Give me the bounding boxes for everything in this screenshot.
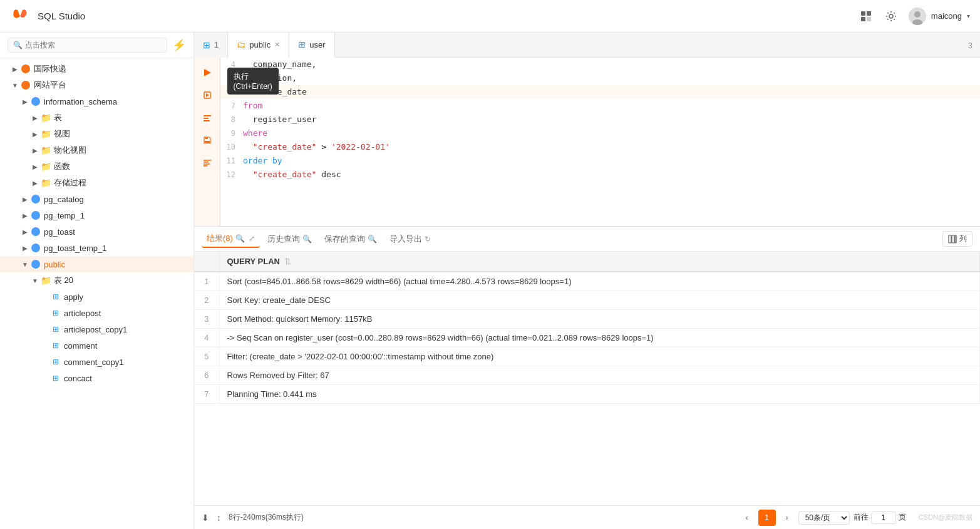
expand-icon: ▼ (10, 80, 20, 90)
expand-icon: ▶ (20, 96, 30, 106)
watermark: CSDN@麦聪数据 (919, 513, 972, 522)
schema-icon (30, 210, 41, 221)
sidebar-item-label: 表 20 (54, 275, 188, 286)
query-plan-cell: Sort Key: create_date DESC (219, 291, 980, 310)
folder-icon: 📁 (40, 161, 51, 172)
code-line-7: 7 from (220, 99, 980, 113)
tab-user[interactable]: ⊞ user (289, 33, 334, 58)
code-line-11: 11 order by (220, 154, 980, 168)
user-name: maicong (931, 11, 962, 21)
tab-user-label: user (309, 40, 325, 49)
sidebar-item-information-schema[interactable]: ▶ information_schema (0, 93, 193, 110)
sidebar-item-biao[interactable]: ▶ 📁 表 (0, 110, 193, 126)
query-plan-cell: Rows Removed by Filter: 67 (219, 366, 980, 385)
sidebar-item-label: 表 (54, 112, 188, 123)
chevron-down-icon: ▾ (967, 13, 970, 19)
sidebar-item-apply[interactable]: ⊞ apply (0, 289, 193, 305)
schema-icon (30, 226, 41, 237)
goto-input[interactable] (871, 511, 896, 524)
expand-icon: ▶ (20, 210, 30, 220)
svg-rect-15 (205, 141, 210, 143)
sidebar-item-articlepost-copy1[interactable]: ⊞ articlepost_copy1 (0, 321, 193, 337)
svg-rect-22 (955, 235, 956, 243)
sidebar-item-label: 存储过程 (54, 177, 188, 188)
sidebar-item-biao20[interactable]: ▼ 📁 表 20 (0, 272, 193, 289)
folder-icon: 📁 (40, 145, 51, 156)
result-tab-history[interactable]: 历史查询 🔍 (262, 231, 317, 247)
thunder-icon[interactable]: ⚡ (172, 38, 186, 52)
sort-footer-icon[interactable]: ↕ (217, 513, 221, 523)
download-icon[interactable]: ⬇ (202, 513, 209, 523)
explain-button[interactable] (197, 108, 217, 128)
user-area[interactable]: maicong ▾ (909, 8, 970, 25)
table-row: 5Filter: (create_date > '2022-02-01 00:0… (194, 347, 980, 366)
svg-rect-1 (867, 11, 871, 16)
sidebar-item-guoji-kuaisu[interactable]: ▶ 国际快递 ··· (0, 61, 193, 77)
sidebar-item-comment[interactable]: ⊞ comment (0, 337, 193, 354)
sidebar-item-label: pg_toast_temp_1 (44, 244, 188, 253)
sidebar-item-cunchu[interactable]: ▶ 📁 存储过程 (0, 175, 193, 191)
goto-label: 前往 (854, 512, 869, 523)
sidebar-item-label: pg_catalog (44, 195, 188, 204)
search-input[interactable] (25, 41, 162, 49)
sidebar-item-label: 物化视图 (54, 145, 188, 156)
result-tab-saved[interactable]: 保存的查询 🔍 (319, 231, 382, 247)
results-table: QUERY PLAN ⇅ 1Sort (cost=845.01..866.58 … (194, 252, 980, 505)
search-box[interactable]: 🔍 (8, 38, 167, 53)
refresh-icon: ↻ (425, 235, 431, 244)
sidebar-item-pg-toast-temp[interactable]: ▶ pg_toast_temp_1 (0, 240, 193, 256)
current-page[interactable]: 1 (758, 510, 776, 526)
sort-icon[interactable]: ⇅ (284, 257, 291, 266)
sidebar-item-public[interactable]: ▼ public (0, 256, 193, 272)
sidebar-item-label: 函数 (54, 161, 188, 172)
expand-icon: ▶ (20, 243, 30, 253)
page-size-select[interactable]: 50条/页 100条/页 200条/页 (798, 511, 850, 525)
sidebar-item-label: comment (64, 341, 188, 351)
schema-icon (30, 193, 41, 205)
table-row: 1Sort (cost=845.01..866.58 rows=8629 wid… (194, 272, 980, 291)
expand-icon: ▶ (30, 145, 40, 155)
save-button[interactable] (197, 130, 217, 150)
svg-rect-11 (204, 115, 211, 116)
sidebar-item-pg-toast[interactable]: ▶ pg_toast (0, 223, 193, 240)
schema-icon (30, 242, 41, 254)
table-row: 2Sort Key: create_date DESC (194, 291, 980, 310)
theme-icon[interactable] (859, 9, 874, 24)
saved-search-icon: 🔍 (368, 235, 377, 244)
expand-icon: ▶ (20, 194, 30, 204)
query-plan-cell: Planning Time: 0.441 ms (219, 385, 980, 404)
columns-button[interactable]: 列 (942, 231, 972, 247)
sidebar-item-articlepost[interactable]: ⊞ articlepost (0, 305, 193, 321)
next-page-button[interactable]: › (780, 510, 795, 525)
sidebar-item-wuhua[interactable]: ▶ 📁 物化视图 (0, 142, 193, 158)
sidebar-item-wangzhan[interactable]: ▼ 网站平台 (0, 77, 193, 93)
run-button[interactable]: 执行 (Ctrl+Enter) (197, 63, 217, 83)
stop-button[interactable] (197, 85, 217, 105)
svg-rect-21 (952, 235, 954, 243)
tab-public[interactable]: 🗂 public ✕ (228, 33, 289, 58)
table-icon: ⊞ (50, 356, 61, 367)
table-row: 6Rows Removed by Filter: 67 (194, 366, 980, 385)
result-tab-results[interactable]: 结果(8) 🔍 ⤢ (202, 230, 260, 248)
svg-point-6 (914, 11, 921, 18)
sidebar-item-pg-temp[interactable]: ▶ pg_temp_1 (0, 207, 193, 223)
result-tab-import[interactable]: 导入导出 ↻ (384, 231, 436, 247)
table-icon: ⊞ (50, 372, 61, 384)
sidebar-item-comment-copy1[interactable]: ⊞ comment_copy1 (0, 354, 193, 370)
row-num-cell: 1 (194, 272, 219, 291)
tab-close-icon[interactable]: ✕ (274, 41, 280, 49)
sidebar-item-hanshu[interactable]: ▶ 📁 函数 (0, 158, 193, 175)
sidebar-item-concact[interactable]: ⊞ concact (0, 370, 193, 386)
tab-1[interactable]: ⊞ 1 (194, 33, 228, 58)
prev-page-button[interactable]: ‹ (740, 510, 755, 525)
schema-icon (30, 96, 41, 107)
svg-point-4 (889, 14, 893, 18)
code-editor[interactable]: 4 company_name, 5 position, 6 create_dat… (220, 58, 980, 226)
sidebar-item-shitu[interactable]: ▶ 📁 视图 (0, 126, 193, 142)
query-results-table: QUERY PLAN ⇅ 1Sort (cost=845.01..866.58 … (194, 252, 980, 404)
query-plan-cell: -> Seq Scan on register_user (cost=0.00.… (219, 329, 980, 347)
format-button[interactable] (197, 153, 217, 173)
settings-icon[interactable] (884, 9, 899, 24)
col-btn-label: 列 (959, 234, 967, 244)
sidebar-item-pg-catalog[interactable]: ▶ pg_catalog (0, 191, 193, 207)
